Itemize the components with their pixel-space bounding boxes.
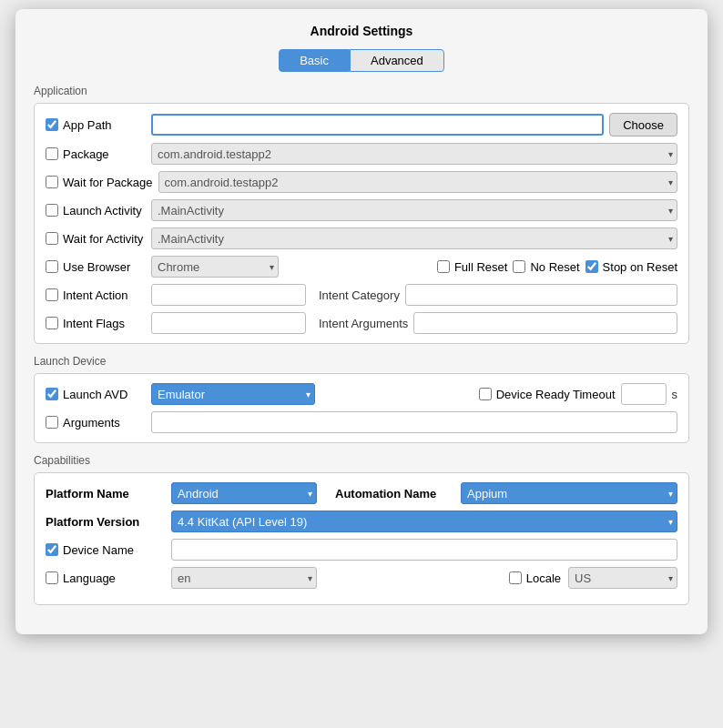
arguments-row: Arguments xyxy=(46,411,677,433)
use-browser-row: Use Browser Chrome ▾ Full Reset No Reset… xyxy=(46,256,677,278)
launch-avd-checkbox[interactable] xyxy=(46,388,58,400)
platform-name-select-wrapper: Android ▾ xyxy=(171,482,317,504)
platform-version-label: Platform Version xyxy=(46,515,164,529)
window-title: Android Settings xyxy=(34,24,689,38)
tab-bar: Basic Advanced xyxy=(34,49,689,72)
device-name-label[interactable]: Device Name xyxy=(46,543,164,557)
language-select[interactable]: en xyxy=(171,567,317,589)
device-ready-timeout-label[interactable]: Device Ready Timeout xyxy=(479,388,616,401)
launch-activity-label[interactable]: Launch Activity xyxy=(46,204,146,217)
arguments-input[interactable] xyxy=(151,411,677,433)
language-label[interactable]: Language xyxy=(46,571,164,585)
use-browser-checkbox[interactable] xyxy=(46,260,58,273)
app-path-input[interactable]: /Users/jameskoch/Downloads/app.apk xyxy=(151,114,604,136)
full-reset-checkbox[interactable] xyxy=(437,260,450,273)
package-select[interactable]: com.android.testapp2 xyxy=(151,143,677,165)
timeout-unit: s xyxy=(672,388,678,401)
wait-for-package-row: Wait for Package com.android.testapp2 ▾ xyxy=(46,171,677,193)
device-ready-timeout-input[interactable]: 5 xyxy=(621,383,667,405)
launch-device-section-label: Launch Device xyxy=(34,355,689,368)
intent-flags-row: Intent Flags 0x10200000 Intent Arguments xyxy=(46,312,677,334)
browser-select[interactable]: Chrome xyxy=(151,256,279,278)
device-name-input[interactable]: Emulator xyxy=(171,539,677,561)
platform-version-select-wrapper: 4.4 KitKat (API Level 19) ▾ xyxy=(171,511,677,532)
intent-action-checkbox[interactable] xyxy=(46,288,58,301)
capabilities-section-label: Capabilities xyxy=(34,454,689,467)
wait-for-package-select[interactable]: com.android.testapp2 xyxy=(158,171,677,193)
tab-advanced[interactable]: Advanced xyxy=(350,49,444,72)
wait-for-package-checkbox[interactable] xyxy=(46,176,58,188)
wait-for-activity-checkbox[interactable] xyxy=(46,232,58,245)
language-select-wrapper: en ▾ xyxy=(171,567,317,589)
launch-avd-select[interactable]: Emulator xyxy=(151,383,315,405)
automation-name-select-wrapper: Appium ▾ xyxy=(461,482,677,504)
arguments-label[interactable]: Arguments xyxy=(46,416,146,430)
locale-select-wrapper: US ▾ xyxy=(568,567,677,589)
wait-for-activity-label[interactable]: Wait for Activity xyxy=(46,232,146,246)
arguments-checkbox[interactable] xyxy=(46,416,58,429)
app-path-label[interactable]: App Path xyxy=(46,118,146,132)
application-section-label: Application xyxy=(34,85,689,97)
android-settings-window: Android Settings Basic Advanced Applicat… xyxy=(15,9,708,634)
automation-name-label: Automation Name xyxy=(335,487,453,500)
use-browser-label[interactable]: Use Browser xyxy=(46,260,146,274)
wait-for-activity-select[interactable]: .MainActivity xyxy=(151,228,677,249)
package-label[interactable]: Package xyxy=(46,147,146,161)
application-panel: App Path /Users/jameskoch/Downloads/app.… xyxy=(34,103,689,344)
platform-name-select[interactable]: Android xyxy=(171,482,317,504)
platform-name-label: Platform Name xyxy=(46,487,164,500)
intent-action-input[interactable]: android.intent.action.M xyxy=(151,284,306,306)
intent-flags-checkbox[interactable] xyxy=(46,317,58,329)
app-path-row: App Path /Users/jameskoch/Downloads/app.… xyxy=(46,113,677,136)
choose-button[interactable]: Choose xyxy=(609,113,677,136)
stop-on-reset-label[interactable]: Stop on Reset xyxy=(586,260,677,274)
launch-avd-select-wrapper: Emulator ▾ xyxy=(151,383,315,405)
launch-activity-checkbox[interactable] xyxy=(46,204,58,217)
package-checkbox[interactable] xyxy=(46,147,58,160)
intent-arguments-label: Intent Arguments xyxy=(319,317,408,330)
browser-select-wrapper: Chrome ▾ xyxy=(151,256,279,278)
locale-select[interactable]: US xyxy=(568,567,677,589)
intent-action-row: Intent Action android.intent.action.M In… xyxy=(46,284,677,306)
automation-name-select[interactable]: Appium xyxy=(461,482,677,504)
platform-version-select[interactable]: 4.4 KitKat (API Level 19) xyxy=(171,511,677,532)
wait-for-activity-row: Wait for Activity .MainActivity ▾ xyxy=(46,228,677,249)
language-checkbox[interactable] xyxy=(46,571,58,584)
stop-on-reset-checkbox[interactable] xyxy=(586,260,598,273)
intent-category-label: Intent Category xyxy=(319,288,400,302)
launch-activity-row: Launch Activity .MainActivity ▾ xyxy=(46,199,677,221)
platform-automation-row: Platform Name Android ▾ Automation Name … xyxy=(46,482,677,504)
app-path-checkbox[interactable] xyxy=(46,118,58,131)
capabilities-panel: Platform Name Android ▾ Automation Name … xyxy=(34,472,689,605)
package-select-wrapper: com.android.testapp2 ▾ xyxy=(151,143,677,165)
no-reset-label[interactable]: No Reset xyxy=(513,260,579,274)
package-row: Package com.android.testapp2 ▾ xyxy=(46,143,677,165)
launch-device-panel: Launch AVD Emulator ▾ Device Ready Timeo… xyxy=(34,373,689,443)
wait-for-activity-select-wrapper: .MainActivity ▾ xyxy=(151,228,677,249)
intent-flags-input[interactable]: 0x10200000 xyxy=(151,312,306,334)
wait-for-package-select-wrapper: com.android.testapp2 ▾ xyxy=(158,171,677,193)
device-name-checkbox[interactable] xyxy=(46,543,58,556)
platform-version-row: Platform Version 4.4 KitKat (API Level 1… xyxy=(46,511,677,532)
intent-flags-label[interactable]: Intent Flags xyxy=(46,317,146,330)
language-locale-row: Language en ▾ Locale US ▾ xyxy=(46,567,677,589)
no-reset-checkbox[interactable] xyxy=(513,260,525,273)
wait-for-package-label[interactable]: Wait for Package xyxy=(46,176,153,189)
locale-label[interactable]: Locale xyxy=(509,571,561,585)
launch-activity-select-wrapper: .MainActivity ▾ xyxy=(151,199,677,221)
tab-basic[interactable]: Basic xyxy=(279,49,350,72)
device-ready-timeout-checkbox[interactable] xyxy=(479,388,492,400)
intent-action-label[interactable]: Intent Action xyxy=(46,288,146,302)
intent-category-input[interactable]: android.intent.catego xyxy=(405,284,677,306)
launch-avd-label[interactable]: Launch AVD xyxy=(46,388,146,401)
locale-checkbox[interactable] xyxy=(509,571,522,584)
launch-avd-row: Launch AVD Emulator ▾ Device Ready Timeo… xyxy=(46,383,677,405)
full-reset-label[interactable]: Full Reset xyxy=(437,260,508,274)
launch-activity-select[interactable]: .MainActivity xyxy=(151,199,677,221)
device-name-row: Device Name Emulator xyxy=(46,539,677,561)
intent-arguments-input[interactable] xyxy=(413,312,677,334)
